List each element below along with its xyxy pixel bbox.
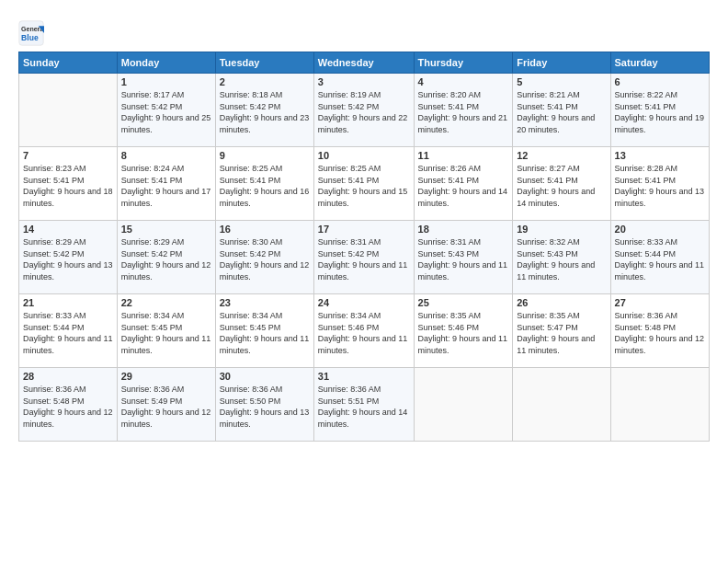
calendar-header-sunday: Sunday [19,52,118,74]
day-info: Sunrise: 8:24 AMSunset: 5:41 PMDaylight:… [121,163,211,209]
day-number: 25 [418,297,509,308]
calendar-cell: 23Sunrise: 8:34 AMSunset: 5:45 PMDayligh… [215,294,313,368]
calendar-cell: 10Sunrise: 8:25 AMSunset: 5:41 PMDayligh… [313,147,414,221]
calendar-header-monday: Monday [117,52,215,74]
day-number: 5 [517,76,606,87]
calendar-week-row: 1Sunrise: 8:17 AMSunset: 5:42 PMDaylight… [19,74,710,147]
day-info: Sunrise: 8:35 AMSunset: 5:47 PMDaylight:… [517,310,606,356]
calendar-header-row: SundayMondayTuesdayWednesdayThursdayFrid… [19,52,710,74]
day-number: 31 [318,371,410,382]
calendar-cell: 17Sunrise: 8:31 AMSunset: 5:42 PMDayligh… [313,221,414,294]
calendar-week-row: 28Sunrise: 8:36 AMSunset: 5:48 PMDayligh… [19,368,710,442]
day-number: 7 [23,150,113,161]
calendar-week-row: 14Sunrise: 8:29 AMSunset: 5:42 PMDayligh… [19,221,710,294]
calendar-cell: 16Sunrise: 8:30 AMSunset: 5:42 PMDayligh… [215,221,313,294]
day-number: 8 [121,150,211,161]
day-number: 20 [615,224,705,235]
calendar-week-row: 21Sunrise: 8:33 AMSunset: 5:44 PMDayligh… [19,294,710,368]
calendar-cell: 12Sunrise: 8:27 AMSunset: 5:41 PMDayligh… [513,147,610,221]
day-number: 1 [121,76,211,87]
calendar-cell: 9Sunrise: 8:25 AMSunset: 5:41 PMDaylight… [215,147,313,221]
day-number: 23 [220,297,310,308]
day-info: Sunrise: 8:31 AMSunset: 5:43 PMDaylight:… [418,236,509,282]
day-number: 17 [318,224,410,235]
day-info: Sunrise: 8:34 AMSunset: 5:46 PMDaylight:… [318,310,410,356]
day-number: 21 [23,297,113,308]
day-number: 27 [615,297,705,308]
calendar-cell: 24Sunrise: 8:34 AMSunset: 5:46 PMDayligh… [313,294,414,368]
day-info: Sunrise: 8:29 AMSunset: 5:42 PMDaylight:… [23,236,113,282]
calendar-header-thursday: Thursday [414,52,513,74]
calendar-cell: 6Sunrise: 8:22 AMSunset: 5:41 PMDaylight… [610,74,709,147]
calendar-cell: 2Sunrise: 8:18 AMSunset: 5:42 PMDaylight… [215,74,313,147]
calendar-week-row: 7Sunrise: 8:23 AMSunset: 5:41 PMDaylight… [19,147,710,221]
calendar-cell: 29Sunrise: 8:36 AMSunset: 5:49 PMDayligh… [117,368,215,442]
day-info: Sunrise: 8:36 AMSunset: 5:49 PMDaylight:… [121,384,211,430]
calendar-cell: 7Sunrise: 8:23 AMSunset: 5:41 PMDaylight… [19,147,118,221]
calendar-cell: 5Sunrise: 8:21 AMSunset: 5:41 PMDaylight… [513,74,610,147]
header: General Blue [18,17,710,46]
day-number: 24 [318,297,410,308]
day-number: 16 [220,224,310,235]
day-number: 10 [318,150,410,161]
calendar-cell [19,74,118,147]
day-number: 26 [517,297,606,308]
day-number: 11 [418,150,509,161]
calendar-cell: 3Sunrise: 8:19 AMSunset: 5:42 PMDaylight… [313,74,414,147]
calendar-header-friday: Friday [513,52,610,74]
calendar-table: SundayMondayTuesdayWednesdayThursdayFrid… [18,52,710,442]
day-info: Sunrise: 8:22 AMSunset: 5:41 PMDaylight:… [615,89,705,135]
calendar-cell: 27Sunrise: 8:36 AMSunset: 5:48 PMDayligh… [610,294,709,368]
day-info: Sunrise: 8:35 AMSunset: 5:46 PMDaylight:… [418,310,509,356]
calendar-header-wednesday: Wednesday [313,52,414,74]
day-info: Sunrise: 8:33 AMSunset: 5:44 PMDaylight:… [615,236,705,282]
day-info: Sunrise: 8:27 AMSunset: 5:41 PMDaylight:… [517,163,606,209]
calendar-cell: 22Sunrise: 8:34 AMSunset: 5:45 PMDayligh… [117,294,215,368]
day-info: Sunrise: 8:31 AMSunset: 5:42 PMDaylight:… [318,236,410,282]
day-number: 19 [517,224,606,235]
day-info: Sunrise: 8:28 AMSunset: 5:41 PMDaylight:… [615,163,705,209]
day-info: Sunrise: 8:19 AMSunset: 5:42 PMDaylight:… [318,89,410,135]
day-info: Sunrise: 8:20 AMSunset: 5:41 PMDaylight:… [418,89,509,135]
calendar-cell: 25Sunrise: 8:35 AMSunset: 5:46 PMDayligh… [414,294,513,368]
svg-text:Blue: Blue [21,33,39,42]
day-info: Sunrise: 8:36 AMSunset: 5:48 PMDaylight:… [615,310,705,356]
day-info: Sunrise: 8:17 AMSunset: 5:42 PMDaylight:… [121,89,211,135]
calendar-cell: 20Sunrise: 8:33 AMSunset: 5:44 PMDayligh… [610,221,709,294]
day-info: Sunrise: 8:32 AMSunset: 5:43 PMDaylight:… [517,236,606,282]
calendar-cell: 19Sunrise: 8:32 AMSunset: 5:43 PMDayligh… [513,221,610,294]
calendar-cell [610,368,709,442]
calendar-header-saturday: Saturday [610,52,709,74]
day-info: Sunrise: 8:36 AMSunset: 5:51 PMDaylight:… [318,384,410,430]
calendar-cell: 26Sunrise: 8:35 AMSunset: 5:47 PMDayligh… [513,294,610,368]
day-info: Sunrise: 8:29 AMSunset: 5:42 PMDaylight:… [121,236,211,282]
logo-icon: General Blue [18,20,44,46]
day-number: 2 [220,76,310,87]
calendar-cell [414,368,513,442]
day-info: Sunrise: 8:34 AMSunset: 5:45 PMDaylight:… [220,310,310,356]
day-info: Sunrise: 8:25 AMSunset: 5:41 PMDaylight:… [220,163,310,209]
day-number: 28 [23,371,113,382]
day-info: Sunrise: 8:26 AMSunset: 5:41 PMDaylight:… [418,163,509,209]
calendar-header-tuesday: Tuesday [215,52,313,74]
day-number: 4 [418,76,509,87]
day-number: 22 [121,297,211,308]
day-info: Sunrise: 8:30 AMSunset: 5:42 PMDaylight:… [220,236,310,282]
day-info: Sunrise: 8:36 AMSunset: 5:50 PMDaylight:… [220,384,310,430]
calendar-cell: 4Sunrise: 8:20 AMSunset: 5:41 PMDaylight… [414,74,513,147]
calendar-cell: 15Sunrise: 8:29 AMSunset: 5:42 PMDayligh… [117,221,215,294]
calendar-cell: 8Sunrise: 8:24 AMSunset: 5:41 PMDaylight… [117,147,215,221]
day-number: 15 [121,224,211,235]
day-number: 14 [23,224,113,235]
day-number: 13 [615,150,705,161]
calendar-cell: 28Sunrise: 8:36 AMSunset: 5:48 PMDayligh… [19,368,118,442]
day-number: 18 [418,224,509,235]
calendar-cell: 30Sunrise: 8:36 AMSunset: 5:50 PMDayligh… [215,368,313,442]
calendar-cell: 31Sunrise: 8:36 AMSunset: 5:51 PMDayligh… [313,368,414,442]
day-number: 6 [615,76,705,87]
day-number: 30 [220,371,310,382]
calendar-cell: 18Sunrise: 8:31 AMSunset: 5:43 PMDayligh… [414,221,513,294]
day-info: Sunrise: 8:23 AMSunset: 5:41 PMDaylight:… [23,163,113,209]
day-number: 12 [517,150,606,161]
logo: General Blue [18,20,48,46]
